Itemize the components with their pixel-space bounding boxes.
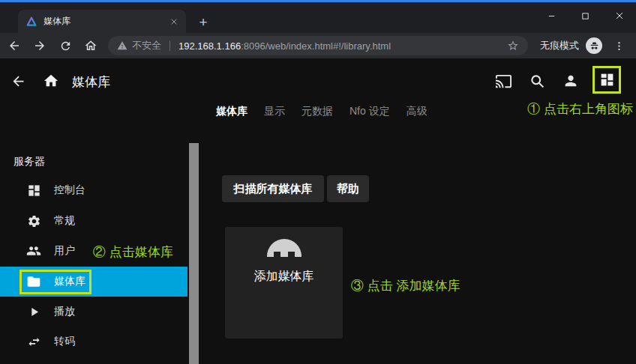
folder-icon	[25, 273, 43, 291]
sidebar-scrollbar[interactable]	[189, 143, 199, 364]
dashboard-icon	[25, 181, 43, 199]
browser-window: 媒体库 +	[0, 0, 636, 364]
address-bar[interactable]: 不安全 192.168.1.166:8096/web/index.html#!/…	[108, 36, 528, 55]
user-icon[interactable]	[562, 72, 580, 90]
home-icon[interactable]	[80, 35, 102, 56]
sidebar-item-label: 转码	[54, 335, 75, 348]
gear-icon	[25, 212, 43, 230]
annotation-step2: ② 点击媒体库	[93, 243, 173, 261]
sidebar-section-title: 服务器	[14, 155, 45, 169]
back-icon[interactable]	[3, 35, 26, 56]
security-label: 不安全	[132, 39, 161, 52]
url-host: 192.168.1.166	[178, 40, 241, 52]
sidebar-item-general[interactable]: 常规	[0, 206, 188, 236]
tab-metadata[interactable]: 元数据	[302, 105, 333, 118]
add-library-card[interactable]: 添加媒体库	[225, 227, 343, 339]
cast-icon[interactable]	[494, 72, 512, 90]
help-button[interactable]: 帮助	[327, 175, 369, 202]
sidebar-item-label: 常规	[54, 214, 75, 228]
add-circle-icon	[267, 239, 302, 257]
omnibox-divider	[170, 40, 170, 51]
url-path: :8096/web/index.html#!/library.html	[241, 40, 391, 52]
incognito-label: 无痕模式	[540, 39, 579, 52]
warning-icon	[117, 40, 128, 51]
sidebar-item-label: 媒体库	[54, 275, 86, 288]
browser-toolbar: 不安全 192.168.1.166:8096/web/index.html#!/…	[0, 33, 636, 58]
app-back-icon[interactable]	[9, 72, 27, 90]
sidebar-item-dashboard[interactable]: 控制台	[0, 175, 188, 205]
browser-tab[interactable]: 媒体库	[18, 10, 186, 33]
browser-menu-icon[interactable]	[610, 37, 628, 55]
users-icon	[25, 242, 43, 260]
sidebar-item-playback[interactable]: 播放	[0, 297, 188, 327]
sidebar-item-label: 控制台	[54, 183, 86, 197]
tab-library[interactable]: 媒体库	[216, 105, 248, 118]
sidebar-item-transcoding[interactable]: 转码	[0, 327, 188, 357]
maximize-button[interactable]	[568, 4, 602, 27]
tab-close-icon[interactable]	[168, 16, 180, 28]
reload-icon[interactable]	[54, 35, 76, 56]
minimize-button[interactable]	[535, 4, 568, 27]
add-library-label: 添加媒体库	[254, 269, 314, 285]
dashboard-button-highlight	[592, 66, 621, 94]
annotation-step3: ③ 点击 添加媒体库	[351, 277, 460, 294]
jellyfin-page: 媒体库 ① 点击右上角图标 媒体库 显示 元数据 Nfo	[0, 58, 636, 364]
url-text: 192.168.1.166:8096/web/index.html#!/libr…	[178, 40, 391, 52]
scan-all-libraries-button[interactable]: 扫描所有媒体库	[222, 175, 324, 202]
forward-icon[interactable]	[28, 35, 51, 56]
sidebar-item-library[interactable]: 媒体库	[0, 267, 188, 297]
incognito-icon	[586, 37, 602, 54]
app-home-icon[interactable]	[42, 72, 60, 90]
tab-nfo[interactable]: Nfo 设定	[350, 105, 390, 118]
tab-display[interactable]: 显示	[264, 105, 285, 118]
swap-icon	[25, 333, 43, 351]
tab-title: 媒体库	[44, 15, 162, 28]
search-icon[interactable]	[528, 72, 546, 90]
sidebar-item-label: 播放	[54, 305, 75, 318]
tab-advanced[interactable]: 高级	[406, 105, 428, 118]
annotation-step1: ① 点击右上角图标	[527, 100, 633, 118]
page-title: 媒体库	[72, 73, 110, 91]
jellyfin-favicon-icon	[26, 16, 38, 28]
close-button[interactable]	[602, 4, 636, 27]
settings-tabs: 媒体库 显示 元数据 Nfo 设定 高级	[216, 105, 428, 118]
new-tab-button[interactable]: +	[194, 13, 213, 32]
dashboard-icon[interactable]	[599, 72, 615, 88]
window-controls	[535, 4, 636, 27]
sidebar-item-label: 用户	[54, 244, 75, 258]
bookmark-star-icon[interactable]	[507, 40, 519, 52]
play-icon	[25, 303, 43, 321]
tab-strip: 媒体库 +	[0, 2, 636, 33]
